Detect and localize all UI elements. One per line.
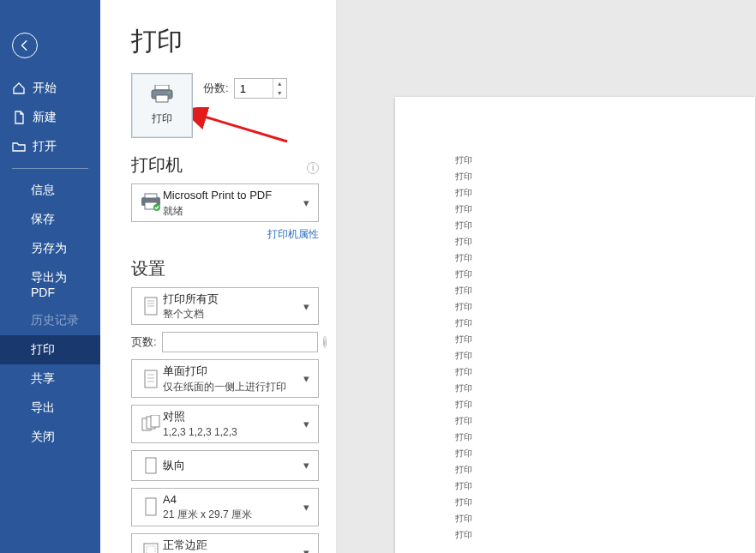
- dropdown-line2: 仅在纸面的一侧上进行打印: [163, 380, 299, 394]
- sidebar-item-label: 历史记录: [31, 313, 79, 328]
- sidebar-item-new[interactable]: 新建: [0, 103, 100, 132]
- print-panel: 打印 打印 份数: ▲ ▼ 打印机: [100, 0, 337, 553]
- sidebar-item-open[interactable]: 打开: [0, 132, 100, 161]
- preview-text-line: 打印: [455, 331, 695, 347]
- single-side-icon: [139, 369, 163, 389]
- sidebar-item-label: 导出: [31, 400, 55, 416]
- home-icon: [12, 81, 26, 95]
- svg-rect-21: [144, 544, 158, 553]
- copies-label: 份数:: [203, 81, 229, 96]
- preview-text-line: 打印: [455, 396, 695, 412]
- print-button[interactable]: 打印: [131, 73, 193, 138]
- chevron-down-icon: ▾: [299, 300, 313, 313]
- sidebar-item-info[interactable]: 信息: [0, 176, 100, 205]
- pages-input[interactable]: [162, 332, 318, 352]
- dropdown-line1: 正常边距: [163, 538, 299, 553]
- preview-text-line: 打印: [455, 510, 695, 526]
- settings-section-title: 设置: [131, 257, 165, 280]
- preview-text-line: 打印: [455, 184, 695, 201]
- printer-status: 就绪: [163, 204, 299, 218]
- preview-text-line: 打印: [455, 315, 695, 331]
- backstage-sidebar: 开始 新建 打开 信息 保存 另存为 导出为PDF 历史记录 打印 共享 导出 …: [0, 0, 100, 553]
- copies-input[interactable]: [235, 79, 273, 98]
- copies-spinner[interactable]: ▲ ▼: [234, 78, 287, 99]
- sidebar-item-save[interactable]: 保存: [0, 205, 100, 234]
- sidebar-item-close[interactable]: 关闭: [0, 423, 100, 452]
- svg-rect-5: [145, 194, 157, 198]
- pages-icon: [139, 296, 163, 316]
- chevron-down-icon: ▾: [299, 418, 313, 430]
- dropdown-line1: A4: [163, 492, 299, 508]
- sidebar-item-label: 打开: [33, 139, 57, 154]
- spinner-down-icon[interactable]: ▼: [273, 88, 286, 98]
- preview-text-line: 打印: [455, 494, 695, 510]
- pages-label: 页数:: [131, 334, 157, 350]
- document-icon: [12, 111, 26, 124]
- preview-text-line: 打印: [455, 526, 695, 543]
- preview-text-line: 打印: [455, 478, 695, 494]
- sidebar-item-saveas[interactable]: 另存为: [0, 234, 100, 263]
- preview-text-line: 打印: [455, 266, 695, 282]
- page-size-icon: [139, 496, 163, 517]
- print-action-row: 打印 份数: ▲ ▼: [131, 73, 319, 138]
- info-icon[interactable]: i: [323, 336, 327, 348]
- sidebar-item-home[interactable]: 开始: [0, 74, 100, 103]
- printer-name: Microsoft Print to PDF: [163, 188, 299, 203]
- preview-text-line: 打印: [455, 168, 695, 184]
- svg-rect-19: [146, 458, 156, 473]
- svg-point-3: [168, 92, 171, 94]
- preview-text-line: 打印: [455, 298, 695, 315]
- sidebar-item-exportpdf[interactable]: 导出为PDF: [0, 263, 100, 306]
- margins-dropdown[interactable]: 正常边距 上: 2.54 厘米 底部: 2.54… ▾: [131, 533, 319, 553]
- sidebar-item-export[interactable]: 导出: [0, 394, 100, 423]
- info-icon[interactable]: i: [307, 162, 319, 174]
- sidebar-item-history: 历史记录: [0, 306, 100, 335]
- orientation-dropdown[interactable]: 纵向 ▾: [131, 450, 319, 481]
- sidebar-item-share[interactable]: 共享: [0, 364, 100, 394]
- settings-section-head: 设置: [131, 257, 319, 280]
- preview-text-line: 打印: [455, 282, 695, 298]
- preview-text-line: 打印: [455, 217, 695, 233]
- sidebar-item-label: 开始: [33, 81, 57, 96]
- print-scope-dropdown[interactable]: 打印所有页 整个文档 ▾: [131, 287, 319, 326]
- printer-section-head: 打印机 i: [131, 153, 319, 177]
- margins-icon: [139, 542, 163, 553]
- dropdown-line1: 对照: [163, 409, 299, 424]
- chevron-down-icon: ▾: [299, 372, 313, 385]
- printer-dropdown[interactable]: Microsoft Print to PDF 就绪 ▾: [131, 183, 319, 222]
- sidebar-item-label: 新建: [33, 110, 57, 125]
- preview-text-line: 打印: [455, 429, 695, 445]
- print-button-label: 打印: [152, 111, 172, 126]
- paper-size-dropdown[interactable]: A4 21 厘米 x 29.7 厘米 ▾: [131, 488, 319, 526]
- svg-rect-12: [145, 370, 157, 388]
- sidebar-item-label: 保存: [31, 212, 55, 227]
- back-button[interactable]: [12, 33, 38, 58]
- svg-rect-20: [146, 498, 156, 515]
- printer-section-title: 打印机: [131, 153, 183, 177]
- chevron-down-icon: ▾: [299, 196, 313, 209]
- dropdown-line1: 纵向: [163, 458, 299, 473]
- pages-row: 页数: i: [131, 332, 319, 352]
- preview-text-line: 打印: [455, 380, 695, 396]
- main-content: 打印 打印 份数: ▲ ▼ 打印机: [100, 0, 756, 553]
- sidebar-divider: [12, 168, 88, 169]
- preview-text-line: 打印: [455, 412, 695, 429]
- sidebar-item-label: 另存为: [31, 241, 67, 256]
- printer-icon: [150, 85, 174, 106]
- spinner-up-icon[interactable]: ▲: [273, 79, 286, 88]
- preview-text-line: 打印: [455, 445, 695, 461]
- preview-text-line: 打印: [455, 347, 695, 364]
- preview-text-line: 打印: [455, 461, 695, 478]
- preview-page: 打印打印打印打印打印打印打印打印打印打印打印打印打印打印打印打印打印打印打印打印…: [395, 97, 755, 553]
- duplex-dropdown[interactable]: 单面打印 仅在纸面的一侧上进行打印 ▾: [131, 359, 319, 398]
- sidebar-item-label: 信息: [31, 183, 55, 198]
- printer-properties-link[interactable]: 打印机属性: [267, 228, 319, 240]
- preview-text-line: 打印: [455, 233, 695, 249]
- svg-rect-0: [155, 85, 169, 90]
- copies-group: 份数: ▲ ▼: [203, 78, 287, 99]
- sidebar-item-label: 打印: [31, 342, 55, 358]
- preview-text-line: 打印: [455, 249, 695, 266]
- collate-dropdown[interactable]: 对照 1,2,3 1,2,3 1,2,3 ▾: [131, 405, 319, 443]
- sidebar-item-print[interactable]: 打印: [0, 335, 100, 364]
- chevron-down-icon: ▾: [299, 459, 313, 472]
